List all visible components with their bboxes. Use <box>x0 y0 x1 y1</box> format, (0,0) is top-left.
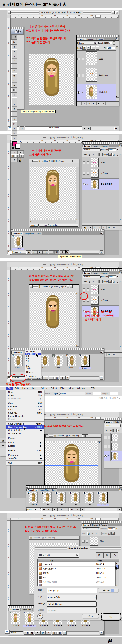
delay-option-selected[interactable]: 0.1 seconds <box>25 352 40 355</box>
visibility-checkbox[interactable] <box>83 288 86 291</box>
frames-scrollbar[interactable] <box>70 376 99 380</box>
palette-grip[interactable] <box>104 418 122 420</box>
tab-history[interactable]: History <box>92 272 100 274</box>
scroll-right-icon[interactable]: ▶ <box>100 376 104 380</box>
path-select-tool[interactable]: ↖ <box>11 102 18 107</box>
tab-history[interactable]: History <box>92 144 100 147</box>
scroll-up-icon[interactable]: ▲ <box>116 562 118 564</box>
new-layer-button[interactable]: ▣ <box>107 226 111 229</box>
lock-all-button[interactable]: ▪ <box>100 280 102 284</box>
link-checkbox[interactable] <box>86 299 89 302</box>
animation-frame-5[interactable]: 51 sec. <box>66 354 78 369</box>
scroll-up-icon[interactable]: ▲ <box>120 281 121 282</box>
eyedropper-tool[interactable]: ℩ <box>11 126 18 131</box>
menu-item-jump-to[interactable]: Jump To▶ <box>6 456 44 460</box>
link-checkbox[interactable] <box>82 74 84 77</box>
rewind-button[interactable]: ◀◀ <box>26 250 32 254</box>
visibility-checkbox[interactable] <box>104 436 107 439</box>
cancel-button[interactable]: 취소 <box>82 614 100 619</box>
magic-wand-tool[interactable]: ✳ <box>11 49 18 54</box>
collapse-box-icon[interactable] <box>70 285 72 288</box>
scroll-left-icon[interactable]: ◀ <box>66 376 69 380</box>
ir-canvas[interactable] <box>30 292 76 346</box>
palette-grip[interactable] <box>11 230 104 231</box>
palette-grip[interactable] <box>77 35 118 37</box>
delay-option[interactable]: 0.5 <box>25 358 40 360</box>
palette-menu-icon[interactable]: ▶ <box>118 488 122 491</box>
palette-grip[interactable] <box>82 521 122 523</box>
layer-thumbnail[interactable] <box>90 169 98 178</box>
opacity-field[interactable]: 100% <box>108 148 116 151</box>
frame-delay-select[interactable]: ∴0.1 sec. <box>66 624 78 626</box>
palette-grip[interactable] <box>82 269 122 270</box>
lock-paint-button[interactable]: ✎ <box>92 280 95 284</box>
format-select[interactable]: Images Only <box>46 594 96 600</box>
tween-button[interactable]: ∴ <box>64 508 69 512</box>
hand-tool[interactable]: ☞ <box>11 131 18 136</box>
frames-scrollbar[interactable] <box>84 508 118 511</box>
visibility-eye-icon[interactable] <box>82 183 86 186</box>
lock-position-button[interactable]: ✛ <box>91 46 95 50</box>
lasso-tool[interactable]: ς <box>11 44 18 49</box>
lock-transparency-button[interactable]: ▨ <box>88 153 91 156</box>
scroll-left-icon[interactable]: ◀ <box>87 127 90 130</box>
scroll-up-icon[interactable]: ▲ <box>120 154 121 156</box>
layer-mask-button[interactable]: ○ <box>82 102 86 105</box>
delete-layer-button[interactable]: ▦ <box>112 353 116 356</box>
menu-help[interactable]: 도움말 <box>87 387 97 390</box>
animation-frame-6-selected[interactable]: 6∴0.5 sec. <box>97 492 110 506</box>
frame-delay-select[interactable]: ∴0.1 sec. <box>24 624 36 626</box>
scroll-left-icon[interactable]: ◀ <box>30 220 31 222</box>
frame-delay-select[interactable]: ∴0.1 sec. <box>55 504 68 506</box>
palette-menu-icon[interactable]: ▶ <box>115 38 118 40</box>
tab-actions[interactable]: Actions <box>100 144 109 147</box>
frame-delay-select[interactable]: 1 sec. <box>79 367 92 369</box>
scroll-right-icon[interactable]: ▶ <box>75 220 76 222</box>
tab-layers[interactable]: Layers <box>83 272 92 274</box>
frame-thumbnail[interactable] <box>85 492 94 503</box>
jump-to-photoshop-button[interactable]: ➔ <box>11 158 18 162</box>
animation-frame-5[interactable]: 5∴0.1 sec. <box>83 492 96 506</box>
palette-close-icon[interactable] <box>11 230 13 231</box>
unify-style-button[interactable]: ◱ <box>116 153 119 156</box>
gradient-tool[interactable] <box>11 88 18 92</box>
tab-actions[interactable]: Actions <box>100 272 109 274</box>
lock-all-button[interactable]: ▪ <box>100 153 102 156</box>
layer-thumbnail[interactable] <box>90 537 98 546</box>
quickmask-mode-button[interactable]: ◉ <box>18 150 24 154</box>
brush-tool[interactable]: ✎ <box>11 68 18 73</box>
frame-delay-select[interactable]: ∴0.1 sec. <box>38 624 50 626</box>
menu-view[interactable]: View <box>67 387 76 390</box>
tab-layers[interactable]: Layers <box>77 38 86 40</box>
lock-paint-button[interactable]: ✎ <box>87 46 90 50</box>
menu-filter[interactable]: Filter <box>58 387 67 390</box>
tab-imagemap[interactable]: Image Map <box>23 232 35 235</box>
scroll-down-icon[interactable]: ▼ <box>76 345 78 346</box>
clone-stamp-tool[interactable]: ◉ <box>11 73 18 78</box>
toolbox-grip[interactable] <box>11 27 24 29</box>
layer-style-button[interactable]: ƒ. <box>77 102 82 105</box>
layer-thumbnail[interactable] <box>90 180 98 189</box>
scroll-right-icon[interactable]: ▶ <box>100 250 104 254</box>
visibility-checkbox[interactable] <box>83 172 86 174</box>
resize-grip-icon[interactable] <box>120 617 122 620</box>
scroll-left-icon[interactable]: ◀ <box>80 508 84 512</box>
scroll-up-icon[interactable]: ▲ <box>98 442 100 443</box>
zoom-tool[interactable]: ⌕ <box>11 136 18 140</box>
file-row[interactable]: 6.창고2004.12.31 <box>38 576 116 580</box>
tab-layers[interactable]: Layers <box>104 420 113 423</box>
scroll-up-icon[interactable]: ▲ <box>76 167 78 168</box>
frame-thumbnail[interactable] <box>14 236 23 247</box>
menu-select[interactable]: Select <box>49 387 58 390</box>
layer-row-girl-selected[interactable]: ✎ <box>104 451 122 461</box>
unify-visibility-button[interactable]: ◰ <box>112 280 116 284</box>
delay-option-current[interactable]: 1 seconds <box>25 374 40 377</box>
menu-slices[interactable]: Slices <box>40 387 49 390</box>
frame-thumbnail[interactable] <box>71 492 80 503</box>
file-list-scrollbar[interactable]: ▲ ▼ <box>116 562 119 586</box>
palette-collapse-icon[interactable] <box>120 269 122 270</box>
line-tool[interactable]: ∖ <box>11 116 18 121</box>
scroll-down-icon[interactable]: ▼ <box>76 219 78 220</box>
menu-item-import[interactable]: Import▶ <box>6 441 44 444</box>
next-frame-button[interactable]: ❙▶ <box>40 631 46 634</box>
